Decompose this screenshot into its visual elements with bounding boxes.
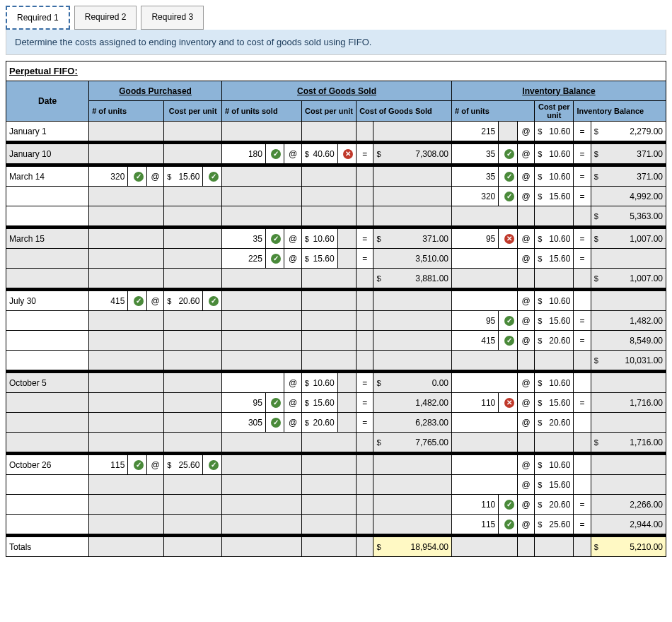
ib-cost[interactable]: $10.60 xyxy=(535,122,573,141)
table-row: $10,031.00 xyxy=(6,351,666,370)
at-symbol: @ xyxy=(518,413,534,432)
ib-cost[interactable]: $10.60 xyxy=(535,455,573,474)
ib-cost[interactable]: $15.60 xyxy=(535,249,573,268)
eq-symbol: = xyxy=(574,167,590,186)
ib-cost[interactable]: $10.60 xyxy=(535,167,573,186)
ib-subtotal: $10,031.00 xyxy=(591,351,666,370)
eq-symbol: = xyxy=(574,393,590,412)
tab-required-3[interactable]: Required 3 xyxy=(141,6,204,30)
cogs-units-header: # of units sold xyxy=(222,101,302,122)
ib-units[interactable]: 110 xyxy=(452,495,498,514)
check-icon: ✓ xyxy=(271,234,281,244)
ib-cost[interactable]: $10.60 xyxy=(535,229,573,248)
cogs-units[interactable]: 35 xyxy=(222,229,265,248)
cogs-cost[interactable]: $15.60 xyxy=(302,249,337,268)
ib-cost[interactable]: $25.60 xyxy=(535,515,573,534)
table-row: 115 ✓ @ $25.60 = 2,944.00 xyxy=(6,515,666,534)
ib-total: 4,992.00 xyxy=(591,187,666,206)
ib-units[interactable]: 115 xyxy=(452,515,498,534)
gp-units[interactable]: 320 xyxy=(89,167,127,186)
ib-total: 1,716.00 xyxy=(591,393,666,412)
table-row: $5,363.00 xyxy=(6,206,666,226)
cogs-cost[interactable]: $20.60 xyxy=(302,413,337,432)
cogs-total: 1,482.00 xyxy=(373,393,451,412)
ib-cost[interactable]: $15.60 xyxy=(535,393,573,412)
ib-cost[interactable]: $20.60 xyxy=(535,495,573,514)
ib-total: $371.00 xyxy=(591,167,666,186)
check-icon: ✓ xyxy=(271,254,281,264)
gp-cost[interactable]: $15.60 xyxy=(164,167,202,186)
x-icon: ✕ xyxy=(504,398,514,408)
date-header: Date xyxy=(6,81,89,122)
totals-label: Totals xyxy=(6,537,88,556)
at-symbol: @ xyxy=(518,311,534,330)
ib-cost[interactable]: $10.60 xyxy=(535,291,573,310)
gp-cost[interactable]: $25.60 xyxy=(164,455,202,474)
ib-total: 1,482.00 xyxy=(591,311,666,330)
ib-cost[interactable]: $20.60 xyxy=(535,413,573,432)
check-icon: ✓ xyxy=(504,172,514,182)
cogs-cost-header: Cost per unit xyxy=(301,101,356,122)
ib-cost[interactable]: $10.60 xyxy=(535,144,573,163)
ib-subtotal: $1,716.00 xyxy=(591,433,666,452)
check-icon: ✓ xyxy=(209,172,219,182)
ib-units[interactable]: 415 xyxy=(452,331,498,350)
tabs-bar: Required 1 Required 2 Required 3 xyxy=(6,6,666,30)
ib-cost[interactable]: $20.60 xyxy=(535,331,573,350)
table-row: @ $15.60 xyxy=(6,475,666,495)
check-icon: ✓ xyxy=(504,336,514,346)
ib-units[interactable]: 35 xyxy=(452,167,498,186)
ib-units[interactable]: 215 xyxy=(452,122,498,141)
ib-subtotal: $5,363.00 xyxy=(591,206,666,225)
ib-total: 2,266.00 xyxy=(591,495,666,514)
cogs-total: $371.00 xyxy=(373,229,451,248)
check-icon: ✓ xyxy=(271,418,281,428)
check-icon: ✓ xyxy=(209,296,219,306)
cogs-cost[interactable]: $10.60 xyxy=(302,373,337,392)
ib-total: 8,549.00 xyxy=(591,331,666,350)
ib-units[interactable]: 95 xyxy=(452,229,498,248)
cogs-cost[interactable]: $10.60 xyxy=(302,229,337,248)
ib-units[interactable]: 95 xyxy=(452,311,498,330)
eq-symbol: = xyxy=(357,249,373,268)
ib-units[interactable]: 320 xyxy=(452,187,498,206)
cogs-total-header: Cost of Goods Sold xyxy=(357,101,452,122)
gp-units[interactable]: 115 xyxy=(89,455,127,474)
gp-cost[interactable]: $20.60 xyxy=(164,291,202,310)
eq-symbol: = xyxy=(574,122,590,141)
at-symbol: @ xyxy=(284,373,301,392)
ib-cost[interactable]: $15.60 xyxy=(535,311,573,330)
ib-total: $371.00 xyxy=(591,144,666,163)
at-symbol: @ xyxy=(518,122,534,141)
ib-units[interactable]: 35 xyxy=(452,144,498,163)
group-header-row: Date Goods Purchased Cost of Goods Sold … xyxy=(6,81,666,101)
ib-cost[interactable]: $15.60 xyxy=(535,475,573,494)
cogs-units[interactable]: 225 xyxy=(222,249,265,268)
at-symbol: @ xyxy=(518,331,534,350)
ib-units[interactable]: 110 xyxy=(452,393,498,412)
check-icon: ✓ xyxy=(134,172,144,182)
ib-cost[interactable]: $15.60 xyxy=(535,187,573,206)
tab-required-1[interactable]: Required 1 xyxy=(6,6,70,30)
ib-cost[interactable]: $10.60 xyxy=(535,373,573,392)
table-row: October 5 @ $10.60 = $0.00 @ $10.60 xyxy=(6,373,666,393)
gp-units-header: # of units xyxy=(89,101,164,122)
cogs-cost[interactable]: $15.60 xyxy=(302,393,337,412)
tab-required-2[interactable]: Required 2 xyxy=(74,6,137,30)
date-cell: October 5 xyxy=(6,373,88,392)
table-row: January 1 215 @ $10.60 = $2,279.00 xyxy=(6,122,666,141)
cogs-units[interactable]: 305 xyxy=(222,413,265,432)
cogs-cost[interactable]: $40.60 xyxy=(302,144,337,163)
check-icon: ✓ xyxy=(209,460,219,470)
check-icon: ✓ xyxy=(504,192,514,201)
x-icon: ✕ xyxy=(343,149,353,159)
gp-units[interactable]: 415 xyxy=(89,291,127,310)
cogs-total: 3,510.00 xyxy=(373,249,451,268)
cogs-units[interactable]: 180 xyxy=(222,144,265,163)
table-row: 415 ✓ @ $20.60 = 8,549.00 xyxy=(6,331,666,351)
date-cell: January 1 xyxy=(6,122,88,141)
cogs-units[interactable]: 95 xyxy=(222,393,265,412)
eq-symbol: = xyxy=(357,144,373,163)
at-symbol: @ xyxy=(518,495,534,514)
ib-subtotal: $1,007.00 xyxy=(591,269,666,288)
